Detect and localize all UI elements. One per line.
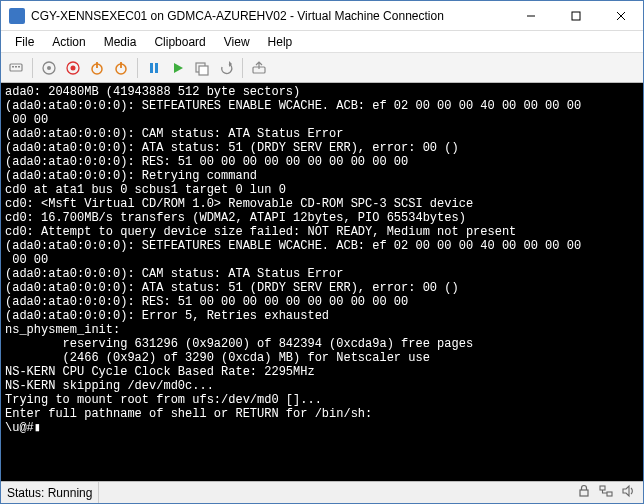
shutdown-icon[interactable] bbox=[86, 57, 108, 79]
svg-rect-17 bbox=[155, 63, 158, 73]
menu-media[interactable]: Media bbox=[96, 33, 145, 51]
svg-marker-26 bbox=[623, 486, 629, 496]
turnoff-icon[interactable] bbox=[62, 57, 84, 79]
menu-file[interactable]: File bbox=[7, 33, 42, 51]
svg-rect-6 bbox=[15, 66, 17, 68]
speaker-icon bbox=[621, 484, 635, 501]
app-icon bbox=[9, 8, 25, 24]
svg-marker-18 bbox=[174, 63, 183, 73]
svg-point-9 bbox=[47, 66, 51, 70]
ctrl-alt-del-icon[interactable] bbox=[5, 57, 27, 79]
checkpoint-icon[interactable] bbox=[191, 57, 213, 79]
network-icon bbox=[599, 484, 613, 501]
svg-rect-16 bbox=[150, 63, 153, 73]
svg-rect-23 bbox=[580, 490, 588, 496]
toolbar-separator bbox=[137, 58, 138, 78]
play-icon[interactable] bbox=[167, 57, 189, 79]
revert-icon[interactable] bbox=[215, 57, 237, 79]
menu-clipboard[interactable]: Clipboard bbox=[146, 33, 213, 51]
menu-view[interactable]: View bbox=[216, 33, 258, 51]
share-icon[interactable] bbox=[248, 57, 270, 79]
svg-rect-20 bbox=[199, 66, 208, 75]
minimize-button[interactable] bbox=[508, 1, 553, 30]
reset-icon[interactable] bbox=[110, 57, 132, 79]
status-icons bbox=[569, 484, 643, 501]
pause-icon[interactable] bbox=[143, 57, 165, 79]
start-icon[interactable] bbox=[38, 57, 60, 79]
title-bar: CGY-XENNSEXEC01 on GDMCA-AZUREHV02 - Vir… bbox=[1, 1, 643, 31]
menu-bar: File Action Media Clipboard View Help bbox=[1, 31, 643, 53]
toolbar-separator bbox=[242, 58, 243, 78]
toolbar bbox=[1, 53, 643, 83]
svg-point-11 bbox=[71, 65, 76, 70]
status-bar: Status: Running bbox=[1, 481, 643, 503]
console-output[interactable]: ada0: 20480MB (41943888 512 byte sectors… bbox=[1, 83, 643, 481]
menu-action[interactable]: Action bbox=[44, 33, 93, 51]
status-text: Status: Running bbox=[1, 482, 99, 503]
close-button[interactable] bbox=[598, 1, 643, 30]
svg-rect-24 bbox=[600, 486, 605, 490]
toolbar-separator bbox=[32, 58, 33, 78]
window-title: CGY-XENNSEXEC01 on GDMCA-AZUREHV02 - Vir… bbox=[31, 9, 508, 23]
window-controls bbox=[508, 1, 643, 30]
svg-rect-25 bbox=[607, 492, 612, 496]
svg-rect-1 bbox=[572, 12, 580, 20]
lock-icon bbox=[577, 484, 591, 501]
svg-rect-7 bbox=[18, 66, 20, 68]
menu-help[interactable]: Help bbox=[260, 33, 301, 51]
maximize-button[interactable] bbox=[553, 1, 598, 30]
svg-rect-5 bbox=[12, 66, 14, 68]
